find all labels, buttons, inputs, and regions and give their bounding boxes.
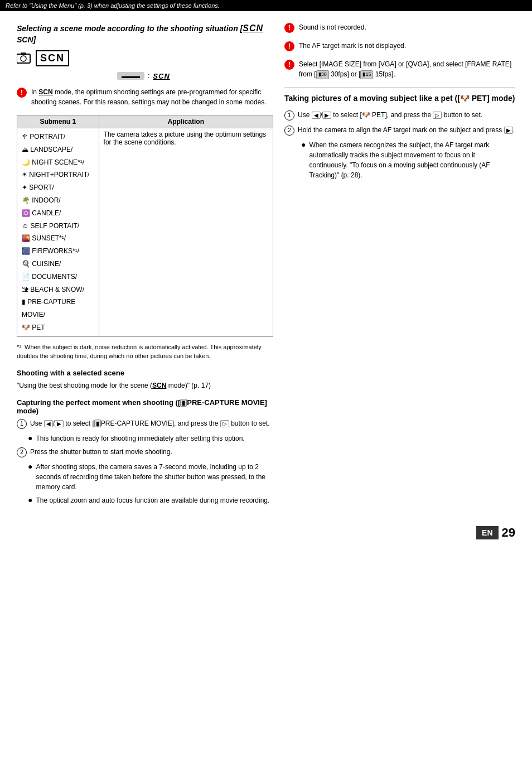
- capturing-title: Capturing the perfect moment when shooti…: [17, 398, 273, 415]
- pet-step-2: 2 Hold the camera to align the AF target…: [284, 125, 515, 136]
- scn-sub: ▬▬▬ : SCN: [117, 72, 273, 80]
- pet-section-title: Taking pictures of a moving subject like…: [284, 93, 515, 104]
- right-notice-1: ! Sound is not recorded.: [284, 22, 515, 33]
- divider: [284, 87, 515, 88]
- capture-bullet-3: ● The optical zoom and auto focus functi…: [28, 495, 273, 505]
- scn-notice: ! In SCN mode, the optimum shooting sett…: [17, 87, 273, 107]
- capture-step-1: 1 Use ◀/▶ to select [▮PRE-CAPTURE MOVIE]…: [17, 418, 273, 429]
- table-cell-application: The camera takes a picture using the opt…: [99, 128, 273, 336]
- capture-bullet-2: ● After shooting stops, the camera saves…: [28, 462, 273, 492]
- scn-badge: SCN: [36, 50, 69, 66]
- top-bar: Refer to "Using the Menu" (p. 3) when ad…: [0, 0, 532, 11]
- right-column: ! Sound is not recorded. ! The AF target…: [284, 22, 515, 509]
- shooting-text: "Using the best shooting mode for the sc…: [17, 380, 273, 390]
- notice-icon-right-3: !: [284, 60, 294, 70]
- scn-notice-text: In SCN mode, the optimum shooting settin…: [31, 87, 273, 107]
- table-header-submenu: Submenu 1: [17, 115, 99, 128]
- right-notice-2: ! The AF target mark is not displayed.: [284, 41, 515, 51]
- table-cell-submenu: ♆ PORTRAIT/ ⛰ LANDSCAPE/ 🌙 NIGHT SCENE*¹…: [17, 128, 99, 336]
- page-footer: EN 29: [0, 520, 532, 546]
- table-footnote: *¹ When the subject is dark, noise reduc…: [17, 343, 273, 361]
- notice-icon-1: !: [17, 88, 27, 98]
- scene-table: Submenu 1 Application ♆ PORTRAIT/ ⛰ LAND…: [17, 115, 273, 337]
- section-title: Selecting a scene mode according to the …: [17, 22, 273, 46]
- capture-bullet-1: ● This function is ready for shooting im…: [28, 433, 273, 443]
- notice-icon-right-1: !: [284, 23, 294, 33]
- scn-icon-large: SCN: [17, 50, 273, 66]
- shooting-title: Shooting with a selected scene: [17, 369, 273, 377]
- left-column: Selecting a scene mode according to the …: [17, 22, 273, 509]
- table-header-application: Application: [99, 115, 273, 128]
- capture-step-2: 2 Press the shutter button to start movi…: [17, 447, 273, 457]
- notice-icon-right-2: !: [284, 41, 294, 51]
- en-badge: EN: [476, 526, 498, 539]
- pet-bullet-1: ● When the camera recognizes the subject…: [301, 140, 515, 180]
- page-number: 29: [502, 525, 515, 540]
- scene-camera-icon: [17, 52, 32, 64]
- table-row: ♆ PORTRAIT/ ⛰ LANDSCAPE/ 🌙 NIGHT SCENE*¹…: [17, 128, 273, 336]
- svg-point-1: [21, 56, 26, 61]
- pet-step-1: 1 Use ◀/▶ to select [🐶 PET], and press t…: [284, 110, 515, 120]
- right-notice-3: ! Select [IMAGE SIZE] from [VGA] or [QVG…: [284, 59, 515, 79]
